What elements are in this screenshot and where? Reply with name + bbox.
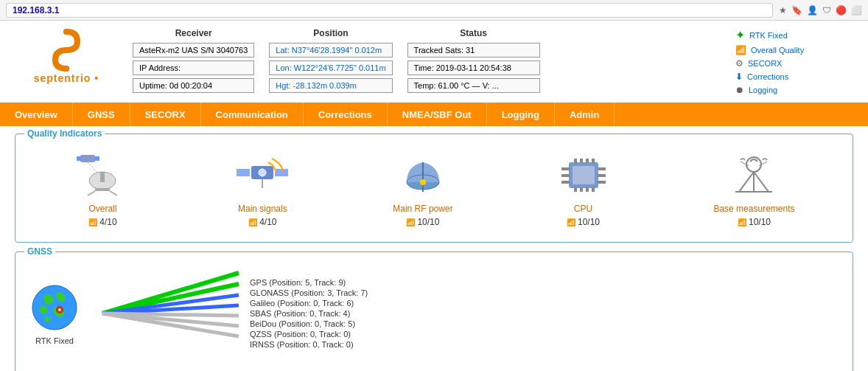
svg-rect-34 (598, 174, 606, 177)
rtk-label: RTK Fixed (35, 336, 74, 345)
browser-bar: 192.168.3.1 ★ 🔖 👤 🛡 🔴 ⬜ (0, 0, 868, 21)
qzss-label: QZSS (Position: 0, Track: 0) (250, 330, 351, 339)
quality-base: Base measurements 📶 10/10 (713, 149, 794, 227)
svg-rect-12 (237, 169, 250, 176)
signal-beidou: BeiDou (Position: 0, Track: 5) (250, 319, 839, 328)
browser-url[interactable]: 192.168.3.1 (6, 3, 773, 18)
overall-icon-area (73, 149, 132, 201)
cpu-score-val: 10/10 (578, 217, 600, 227)
rtk-fixed-row[interactable]: ✦ RTK Fixed (735, 28, 853, 42)
svg-rect-21 (573, 166, 595, 184)
download-icon: ⬇ (735, 72, 743, 82)
logging-link[interactable]: Logging (749, 86, 777, 94)
ext-icon[interactable]: 🔴 (836, 5, 847, 15)
shield-icon[interactable]: 🛡 (822, 5, 831, 15)
base-icon (724, 151, 783, 199)
logo-svg (37, 28, 96, 72)
secorx-link[interactable]: SECORX (748, 59, 782, 68)
rf-bar-icon: 📶 (406, 218, 415, 226)
corrections-link[interactable]: Corrections (747, 72, 788, 81)
sbas-label: SBAS (Position: 0, Track: 4) (250, 309, 350, 318)
svg-rect-28 (586, 187, 589, 192)
status-temp: Temp: 61.00 °C — V: ... (407, 78, 540, 93)
browser-icons: ★ 🔖 👤 🛡 🔴 ⬜ (779, 5, 862, 15)
signal-qzss: QZSS (Position: 0, Track: 0) (250, 330, 839, 339)
globe-icon (29, 282, 80, 333)
signal-lines-svg (95, 266, 242, 361)
svg-line-5 (88, 191, 95, 195)
gnss-title: GNSS (24, 246, 55, 257)
svg-point-19 (420, 179, 426, 185)
gnss-content: RTK Fixed GPS (Position: 5, Track: 9) (23, 260, 845, 367)
status-time: Time: 2019-03-11 20:54:38 (407, 60, 540, 75)
main-nav: Overview GNSS SECORX Communication Corre… (0, 103, 868, 126)
svg-rect-8 (77, 156, 81, 161)
position-lon: Lon: W122°24'6.7725" 0.011m (269, 60, 392, 75)
user-icon[interactable]: 👤 (807, 5, 818, 15)
status-tracked: Tracked Sats: 31 (407, 43, 540, 58)
signals-score: 📶 4/10 (248, 217, 276, 227)
secorx-row[interactable]: ⚙ SECORX (735, 58, 853, 69)
gnss-section: GNSS RTK Fixed (15, 252, 853, 371)
nav-nmea[interactable]: NMEA/SBF Out (388, 103, 487, 126)
cpu-bar-icon: 📶 (567, 218, 575, 226)
side-indicators: ✦ RTK Fixed 📶 Overall Quality ⚙ SECORX ⬇… (735, 28, 853, 95)
corrections-row[interactable]: ⬇ Corrections (735, 72, 853, 82)
bookmark-icon[interactable]: 🔖 (791, 5, 802, 15)
glonass-label: GLONASS (Position: 3, Track: 7) (250, 288, 368, 297)
overall-quality-row[interactable]: 📶 Overall Quality (735, 45, 853, 55)
quality-rf: Main RF power 📶 10/10 (393, 149, 452, 227)
status-title: Status (407, 28, 540, 38)
svg-rect-33 (598, 167, 606, 170)
rf-score-val: 10/10 (417, 217, 439, 227)
status-group: Status Tracked Sats: 31 Time: 2019-03-11… (407, 28, 540, 93)
receiver-model: AsteRx-m2 UAS S/N 3040763 (133, 43, 254, 58)
nav-corrections[interactable]: Corrections (304, 103, 388, 126)
receiver-ip: IP Address: (133, 60, 254, 75)
svg-rect-24 (586, 159, 589, 163)
rf-icon (393, 151, 452, 199)
nav-overview[interactable]: Overview (0, 103, 73, 126)
overall-quality-link[interactable]: Overall Quality (751, 46, 804, 55)
cpu-score: 📶 10/10 (567, 217, 600, 227)
nav-logging[interactable]: Logging (487, 103, 555, 126)
svg-rect-31 (561, 174, 570, 177)
svg-point-45 (58, 308, 61, 311)
main-content: Quality Indicators (0, 126, 868, 371)
signal-gps: GPS (Position: 5, Track: 9) (250, 278, 839, 287)
position-lat: Lat: N37°46'28.1994" 0.012m (269, 43, 392, 58)
logo-area: septentrio • (15, 28, 118, 84)
svg-rect-23 (580, 159, 583, 163)
svg-rect-7 (80, 155, 95, 162)
secorx-gear-icon: ⚙ (735, 58, 743, 69)
overall-score: 📶 4/10 (88, 217, 116, 227)
logging-row[interactable]: ⏺ Logging (735, 85, 853, 95)
signal-labels: GPS (Position: 5, Track: 9) GLONASS (Pos… (242, 278, 839, 349)
signal-galileo: Galileo (Position: 0, Track: 6) (250, 299, 839, 308)
logging-icon: ⏺ (735, 85, 744, 95)
galileo-label: Galileo (Position: 0, Track: 6) (250, 299, 354, 308)
nav-communication[interactable]: Communication (201, 103, 304, 126)
svg-rect-9 (95, 156, 99, 161)
base-icon-area (724, 149, 783, 201)
cpu-icon-area (554, 149, 613, 201)
quality-overall: Overall 📶 4/10 (73, 149, 132, 227)
rf-label: Main RF power (393, 204, 452, 214)
svg-line-6 (110, 191, 117, 195)
rtk-fixed-link[interactable]: RTK Fixed (749, 31, 788, 40)
base-score: 📶 10/10 (738, 217, 771, 227)
base-score-val: 10/10 (749, 217, 771, 227)
svg-rect-13 (275, 169, 288, 176)
nav-secorx[interactable]: SECORX (130, 103, 201, 126)
window-icon[interactable]: ⬜ (851, 5, 862, 15)
signals-score-val: 4/10 (259, 217, 276, 227)
signals-icon-area (233, 149, 292, 201)
cpu-label: CPU (574, 204, 592, 214)
nav-gnss[interactable]: GNSS (73, 103, 130, 126)
nav-admin[interactable]: Admin (555, 103, 615, 126)
svg-rect-32 (561, 181, 570, 184)
quality-cpu: CPU 📶 10/10 (554, 149, 613, 227)
star-icon[interactable]: ★ (779, 5, 787, 15)
quality-grid: Overall 📶 4/10 (23, 142, 845, 235)
svg-line-10 (88, 162, 97, 172)
